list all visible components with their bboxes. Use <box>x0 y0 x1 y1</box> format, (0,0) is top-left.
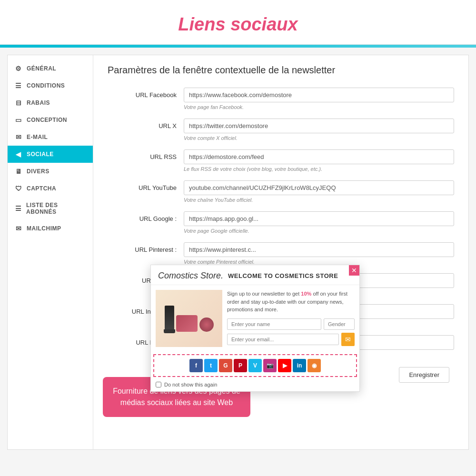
popup-name-input[interactable] <box>227 318 321 330</box>
social-icon-youtube[interactable]: ▶ <box>278 359 291 372</box>
form-hint-5: Votre compte Pinterest officiel. <box>184 259 454 265</box>
sidebar: ⚙GÉNÉRAL☰CONDITIONS⊟RABAIS▭CONCEPTION✉E-… <box>8 55 93 449</box>
form-label-3: URL YouTube <box>108 180 184 191</box>
popup-no-show-label: Do not show this again <box>164 382 217 387</box>
sidebar-label-email: E-MAIL <box>27 134 48 140</box>
form-input-1[interactable] <box>184 119 454 133</box>
social-icon-instagram[interactable]: 📷 <box>263 359 277 372</box>
social-icon-linkedin[interactable]: in <box>293 359 306 372</box>
popup-cosmetics-image <box>156 290 222 347</box>
sidebar-icon-sociale: ◀ <box>14 150 23 158</box>
sidebar-label-divers: DIVERS <box>27 168 50 175</box>
form-input-5[interactable] <box>184 242 454 257</box>
sidebar-label-general: GÉNÉRAL <box>27 65 56 72</box>
form-field-wrap-0: Votre page fan Facebook. <box>184 88 454 110</box>
form-hint-2: Le flux RSS de votre choix (votre blog, … <box>184 166 454 172</box>
social-icon-pinterest[interactable]: P <box>234 359 247 372</box>
sidebar-label-sociale: SOCIALE <box>27 151 54 158</box>
sidebar-label-conditions: CONDITIONS <box>27 82 65 89</box>
sidebar-icon-general: ⚙ <box>14 65 23 72</box>
form-field-wrap-1: Votre compte X officiel. <box>184 119 454 141</box>
popup-body: Sign up to our newsletter to get 10% off… <box>151 285 359 352</box>
sidebar-item-email[interactable]: ✉E-MAIL <box>8 129 93 146</box>
form-row-3: URL YouTube Votre chaîne YouTube officie… <box>108 180 454 203</box>
sidebar-icon-abonnes: ☰ <box>14 205 22 212</box>
social-icon-rss[interactable]: ◉ <box>307 359 321 372</box>
form-row-1: URL X Votre compte X officiel. <box>108 119 454 141</box>
sidebar-icon-email: ✉ <box>14 133 23 141</box>
sidebar-item-conception[interactable]: ▭CONCEPTION <box>8 111 93 129</box>
sidebar-icon-captcha: 🛡 <box>14 185 23 192</box>
form-row-5: URL Pinterest : Votre compte Pinterest o… <box>108 242 454 265</box>
form-hint-1: Votre compte X officiel. <box>184 135 454 141</box>
sidebar-item-divers[interactable]: 🖥DIVERS <box>8 163 93 180</box>
popup-name-gender-row <box>227 318 355 330</box>
popup-email-row: ✉ <box>227 333 355 346</box>
sidebar-item-mailchimp[interactable]: ✉MAILCHIMP <box>8 220 93 237</box>
form-row-4: URL Google : Votre page Google officiell… <box>108 211 454 234</box>
form-hint-4: Votre page Google officielle. <box>184 228 454 234</box>
cosmetic-palette <box>176 315 198 332</box>
form-input-4[interactable] <box>184 211 454 226</box>
newsletter-popup: ✕ Comostics Store. WELCOME TO COSMETICS … <box>150 265 360 392</box>
sidebar-label-mailchimp: MAILCHIMP <box>27 225 61 232</box>
save-button[interactable]: Enregistrer <box>399 367 449 383</box>
section-title: Paramètres de la fenêtre contextuelle de… <box>108 65 454 76</box>
popup-header: Comostics Store. WELCOME TO COSMETICS ST… <box>151 265 359 285</box>
form-row-0: URL Facebook Votre page fan Facebook. <box>108 88 454 110</box>
popup-description: Sign up to our newsletter to get 10% off… <box>227 290 355 314</box>
popup-welcome: WELCOME TO COSMETICS STORE <box>228 272 338 279</box>
sidebar-label-conception: CONCEPTION <box>27 117 67 123</box>
popup-social-row: ftGPV📷▶in◉ <box>153 354 357 377</box>
sidebar-icon-conditions: ☰ <box>14 82 23 89</box>
sidebar-item-rabais[interactable]: ⊟RABAIS <box>8 94 93 111</box>
form-input-3[interactable] <box>184 180 454 195</box>
page-header: Liens sociaux <box>0 0 476 45</box>
sidebar-label-abonnes: LISTE DES ABONNÉS <box>26 202 86 215</box>
sidebar-item-abonnes[interactable]: ☰LISTE DES ABONNÉS <box>8 197 93 220</box>
sidebar-icon-conception: ▭ <box>14 116 23 124</box>
sidebar-icon-mailchimp: ✉ <box>14 225 23 232</box>
form-label-2: URL RSS <box>108 149 184 160</box>
cosmetic-items <box>165 306 214 332</box>
social-icon-twitter[interactable]: t <box>204 359 218 372</box>
sidebar-item-captcha[interactable]: 🛡CAPTCHA <box>8 180 93 197</box>
form-label-0: URL Facebook <box>108 88 184 99</box>
form-label-5: URL Pinterest : <box>108 242 184 253</box>
social-icon-facebook[interactable]: f <box>189 359 203 372</box>
sidebar-item-sociale[interactable]: ◀SOCIALE <box>8 146 93 163</box>
form-input-2[interactable] <box>184 149 454 164</box>
cosmetic-tube <box>165 306 174 332</box>
sidebar-label-captcha: CAPTCHA <box>27 185 56 192</box>
social-icon-google[interactable]: G <box>219 359 232 372</box>
sidebar-icon-divers: 🖥 <box>14 168 23 175</box>
popup-close-button[interactable]: ✕ <box>349 265 359 276</box>
popup-footer: Do not show this again <box>151 379 359 391</box>
form-input-0[interactable] <box>184 88 454 102</box>
popup-email-input[interactable] <box>227 334 339 345</box>
page-title: Liens sociaux <box>10 14 466 35</box>
form-field-wrap-4: Votre page Google officielle. <box>184 211 454 234</box>
main-container: ⚙GÉNÉRAL☰CONDITIONS⊟RABAIS▭CONCEPTION✉E-… <box>7 55 469 450</box>
sidebar-item-general[interactable]: ⚙GÉNÉRAL <box>8 60 93 77</box>
form-field-wrap-5: Votre compte Pinterest officiel. <box>184 242 454 265</box>
top-bar <box>0 45 476 48</box>
popup-gender-input[interactable] <box>324 318 355 330</box>
form-hint-3: Votre chaîne YouTube officiel. <box>184 197 454 203</box>
social-icon-vimeo[interactable]: V <box>248 359 262 372</box>
popup-logo: Comostics Store. <box>158 271 223 281</box>
popup-no-show-checkbox[interactable] <box>156 382 161 387</box>
sidebar-label-rabais: RABAIS <box>27 99 50 106</box>
form-label-1: URL X <box>108 119 184 129</box>
form-field-wrap-3: Votre chaîne YouTube officiel. <box>184 180 454 203</box>
popup-send-button[interactable]: ✉ <box>341 333 355 346</box>
form-field-wrap-2: Le flux RSS de votre choix (votre blog, … <box>184 149 454 172</box>
form-label-4: URL Google : <box>108 211 184 222</box>
form-row-2: URL RSS Le flux RSS de votre choix (votr… <box>108 149 454 172</box>
popup-right-content: Sign up to our newsletter to get 10% off… <box>227 290 355 347</box>
cosmetic-compact <box>199 317 214 332</box>
form-hint-0: Votre page fan Facebook. <box>184 104 454 110</box>
sidebar-icon-rabais: ⊟ <box>14 99 23 107</box>
sidebar-item-conditions[interactable]: ☰CONDITIONS <box>8 77 93 94</box>
